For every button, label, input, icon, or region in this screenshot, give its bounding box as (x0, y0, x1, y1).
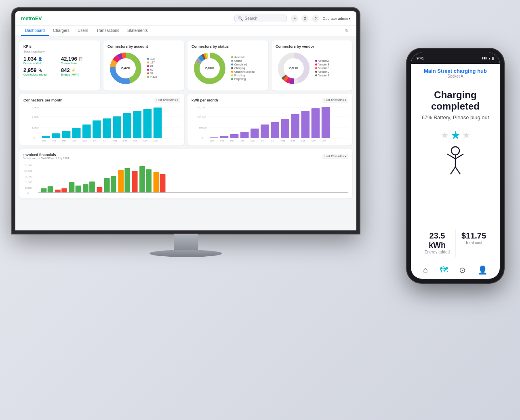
connectors-per-month-header: Connectors per month Last 12 months ▾ (23, 98, 180, 103)
kwh-per-month-card: kWh per month Last 12 months ▾ 150,000 1… (187, 94, 352, 146)
connectors-per-month-card: Connectors per month Last 12 months ▾ 3,… (19, 94, 184, 146)
svg-rect-34 (82, 125, 91, 138)
star-1: ★ (441, 130, 449, 141)
svg-rect-97 (76, 186, 81, 192)
svg-rect-106 (139, 166, 145, 192)
monitor-stand-neck (174, 234, 198, 250)
svg-rect-39 (133, 111, 142, 138)
svg-rect-72 (312, 108, 320, 138)
svg-rect-67 (261, 125, 269, 138)
connectors-by-account-card: Connectors by account 2,420 (103, 40, 184, 91)
nav-tabs: Dashboard Chargers Users Transactions St… (15, 26, 356, 36)
svg-rect-102 (111, 176, 116, 192)
nav-map-icon[interactable]: 🗺 (440, 265, 448, 275)
svg-text:Mar: Mar (62, 139, 66, 141)
star-3: ★ (462, 130, 470, 141)
invoiced-financials-header: Invoiced financials Values are pre Tax/V… (23, 153, 348, 160)
connectors-by-status-card: Connectors by status 2,506 Avail (187, 40, 268, 91)
svg-line-115 (451, 167, 455, 174)
cards-row: KPIs Since inception ▾ 1,034 👤 Drivers a… (19, 40, 352, 91)
kpi-connectors-label: Connectors added (23, 73, 59, 76)
settings-icon[interactable]: ⚙ (301, 15, 309, 22)
svg-rect-70 (291, 114, 299, 138)
phone-time: 9:41 (417, 56, 424, 60)
kwh-per-month-header: kWh per month Last 12 months ▾ (192, 98, 348, 103)
svg-text:Feb: Feb (220, 139, 224, 141)
kpi-transactions-label: Transactions (61, 62, 96, 65)
refresh-icon[interactable]: ↻ (343, 26, 351, 36)
chevron-down-icon: ▾ (349, 17, 351, 21)
svg-text:0: 0 (27, 192, 29, 194)
kpi-grid: 1,034 👤 Drivers added 42,196 📋 Transacti… (23, 56, 96, 76)
phone-stat1-value: 23.5 kWh (421, 231, 453, 250)
svg-text:2,506: 2,506 (205, 66, 215, 70)
svg-text:1,000: 1,000 (32, 126, 39, 129)
svg-rect-104 (124, 168, 130, 192)
logo-accent: EV (35, 15, 42, 21)
operator-button[interactable]: Operator admin ▾ (322, 17, 351, 21)
svg-rect-37 (113, 116, 121, 138)
svg-text:Mar: Mar (230, 139, 234, 141)
operator-label: Operator admin (322, 17, 348, 21)
kwh-per-month-filter[interactable]: Last 12 months ▾ (322, 98, 348, 103)
connectors-by-status-chart: 2,506 Available Offline Completed Chargi… (192, 50, 264, 87)
phone-stat1-label: Energy added (421, 250, 453, 254)
svg-text:Jun: Jun (261, 139, 264, 141)
kpi-energy-value: 842 ⚡ (61, 67, 96, 73)
celebration-icon: ★ ★ ★ (439, 129, 472, 177)
svg-text:0: 0 (34, 137, 35, 139)
svg-text:Jun: Jun (93, 139, 96, 141)
svg-rect-69 (281, 119, 289, 138)
svg-rect-32 (62, 131, 71, 138)
tab-users[interactable]: Users (74, 26, 92, 36)
invoiced-financials-filter[interactable]: Last 12 months ▾ (322, 154, 348, 159)
svg-text:5,000: 5,000 (25, 187, 32, 189)
svg-text:15,000: 15,000 (24, 175, 32, 178)
svg-text:20,000: 20,000 (24, 170, 32, 172)
svg-text:Sep: Sep (123, 139, 127, 141)
kpis-subtitle[interactable]: Since inception ▾ (23, 50, 96, 53)
phone-status-sub: 67% Battery, Please plug out (422, 114, 489, 120)
nav-charging-icon[interactable]: ⊙ (459, 265, 466, 275)
tab-statements[interactable]: Statements (123, 26, 152, 36)
monitor-wrapper: metroEV 🔍 Search + ⚙ ? Operator admin ▾ … (12, 8, 360, 257)
connectors-by-account-legend: 105 127 84 60 58 2,420 (147, 57, 157, 79)
monitor-screen: metroEV 🔍 Search + ⚙ ? Operator admin ▾ … (12, 8, 360, 234)
connectors-per-month-title: Connectors per month (23, 98, 63, 102)
svg-text:25,000: 25,000 (24, 164, 32, 167)
svg-rect-98 (83, 184, 88, 192)
stars-row: ★ ★ ★ (441, 129, 470, 142)
kwh-per-month-title: kWh per month (192, 98, 218, 102)
phone-stat2-label: Total cost (458, 241, 489, 245)
person-icon (439, 144, 472, 177)
svg-text:2,420: 2,420 (121, 66, 131, 70)
tab-dashboard[interactable]: Dashboard (21, 26, 49, 36)
signal-icon: ▮▮▮ (482, 57, 487, 60)
connectors-per-month-filter[interactable]: Last 12 months ▾ (154, 98, 180, 103)
svg-text:Jul: Jul (103, 139, 105, 141)
nav-home-icon[interactable]: ⌂ (423, 265, 428, 275)
add-icon[interactable]: + (291, 15, 298, 22)
svg-rect-108 (154, 172, 159, 192)
search-bar[interactable]: 🔍 Search (234, 15, 287, 22)
svg-text:Oct: Oct (301, 139, 305, 141)
nav-profile-icon[interactable]: 👤 (478, 265, 488, 275)
svg-text:Oct: Oct (133, 139, 137, 141)
svg-rect-107 (146, 169, 152, 192)
svg-point-111 (451, 147, 459, 155)
tab-transactions[interactable]: Transactions (92, 26, 123, 36)
phone-stats: 23.5 kWh Energy added $11.75 Total cost (419, 223, 492, 257)
phone-stat-energy: 23.5 kWh Energy added (419, 229, 455, 257)
svg-rect-71 (301, 111, 310, 138)
kpis-card: KPIs Since inception ▾ 1,034 👤 Drivers a… (19, 40, 100, 91)
phone-location: Main Street charging hub Socket A (411, 64, 500, 81)
svg-rect-63 (220, 136, 229, 138)
svg-text:Aug: Aug (113, 139, 117, 141)
svg-rect-99 (89, 182, 95, 192)
svg-rect-94 (55, 190, 61, 192)
help-icon[interactable]: ? (312, 15, 319, 22)
svg-text:10,000: 10,000 (24, 181, 32, 184)
tab-chargers[interactable]: Chargers (49, 26, 74, 36)
svg-rect-93 (48, 186, 53, 192)
svg-rect-33 (72, 128, 81, 138)
